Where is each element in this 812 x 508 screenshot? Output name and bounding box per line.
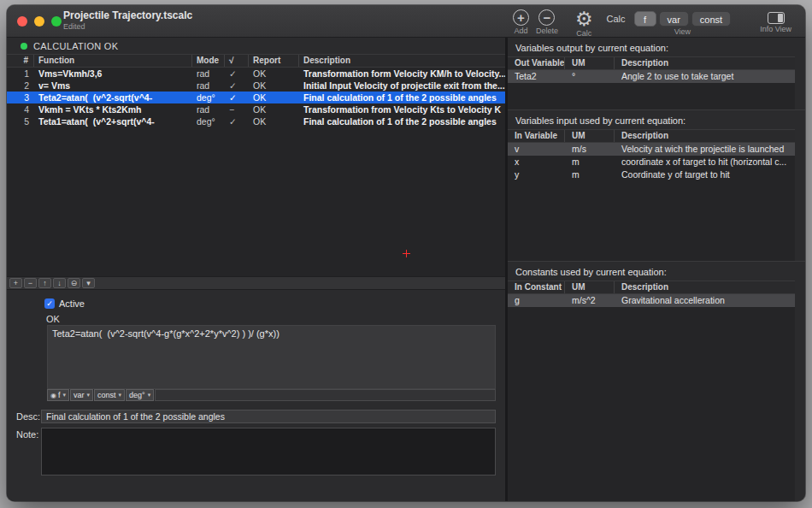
function-row-desc: Transformation form Velocity KM/h to Vel… <box>299 68 505 80</box>
segment-f[interactable]: f <box>634 11 656 27</box>
active-checkbox[interactable]: ✓ <box>44 298 55 309</box>
header-check[interactable]: √ <box>225 55 249 67</box>
header-report[interactable]: Report <box>249 55 299 67</box>
description-input[interactable]: Final calculation of 1 of the 2 possible… <box>41 410 496 423</box>
function-row[interactable]: 5Teta1=atan( (v^2+sqrt(v^4-deg°✓OKFinal … <box>7 115 505 127</box>
header-um[interactable]: UM <box>565 130 615 142</box>
function-row[interactable]: 2v= Vmsrad✓OKInitial Input Velocity of p… <box>7 80 505 92</box>
variable-name: x <box>508 156 565 168</box>
chevron-down-icon: ▾ <box>63 392 67 399</box>
delete-button[interactable]: − Delete <box>536 7 558 35</box>
traffic-lights <box>17 16 62 27</box>
minimize-button[interactable] <box>34 16 44 27</box>
function-row-report: OK <box>249 68 299 80</box>
function-row-mode: rad <box>192 80 225 92</box>
function-row[interactable]: 4Vkmh = VKts * Kts2Kmhrad−OKTransformati… <box>7 103 505 115</box>
view-group-label: View <box>674 27 691 36</box>
variable-desc: Angle 2 to use to take target <box>615 70 795 83</box>
variable-desc: coordinate x of target to hit (horizonta… <box>615 156 795 168</box>
variable-name: Teta2 <box>508 70 565 83</box>
variable-row[interactable]: xmcoordinate x of target to hit (horizon… <box>508 156 795 168</box>
zoom-button[interactable] <box>51 16 62 27</box>
toolbar: + Add − Delete ⚙ Calc Calc fvarconst Vie… <box>513 7 797 38</box>
input-table-header: In VariableUMDescription <box>508 129 795 143</box>
calculation-status-bar: CALCULATION OK <box>7 38 505 54</box>
function-row-check: ✓ <box>225 92 249 103</box>
header-description[interactable]: Description <box>615 57 795 69</box>
header-function[interactable]: Function <box>34 55 192 67</box>
variable-row[interactable]: ymCoordinate y of target to hit <box>508 168 795 181</box>
function-row-num: 1 <box>7 68 34 80</box>
titlebar: Projectile Trajectory.tscalc Edited + Ad… <box>7 5 805 38</box>
header-num[interactable]: # <box>7 55 34 67</box>
function-row[interactable]: 1Vms=Vkmh/3,6rad✓OKTransformation form V… <box>7 68 505 80</box>
const-dropdown-label: const <box>97 391 116 399</box>
row-edit-toolbar: +−↑↓⊖▾ <box>7 276 505 290</box>
window-title: Projectile Trajectory.tscalc <box>63 9 192 22</box>
header-description[interactable]: Description <box>615 130 795 142</box>
active-checkbox-row: ✓ Active <box>44 298 85 309</box>
add-button-label: Add <box>514 27 527 35</box>
remove-row-button[interactable]: − <box>24 278 37 288</box>
function-row-desc: Initial Input Velocity of projectile exi… <box>299 80 505 92</box>
constants-section-title: Constants used by current equation: <box>508 262 805 281</box>
f-dropdown[interactable]: ◉f▾ <box>47 389 69 401</box>
disable-row-button[interactable]: ⊖ <box>68 278 80 288</box>
function-list-panel: CALCULATION OK # Function Mode √ Report … <box>7 38 505 501</box>
function-row-num: 2 <box>7 80 34 92</box>
variable-um: m <box>565 168 615 181</box>
header-description[interactable]: Description <box>299 55 505 67</box>
add-row-button[interactable]: + <box>9 278 22 288</box>
variable-row[interactable]: Teta2°Angle 2 to use to take target <box>508 70 795 83</box>
function-row-formula: Teta2=atan( (v^2-sqrt(v^4- <box>34 92 192 103</box>
header-um[interactable]: UM <box>565 281 615 293</box>
const-dropdown[interactable]: const▾ <box>94 389 125 401</box>
desc-field-label: Desc: <box>16 411 40 422</box>
variable-row[interactable]: vm/sVelocity at wich the projectile is l… <box>508 143 795 156</box>
function-row-report: OK <box>249 80 299 92</box>
function-row-check: − <box>225 103 249 115</box>
add-button[interactable]: + Add <box>513 7 529 35</box>
calculation-status-text: CALCULATION OK <box>33 41 118 51</box>
segment-var[interactable]: var <box>659 11 689 27</box>
close-button[interactable] <box>17 16 27 27</box>
plus-circle-icon: + <box>513 9 529 26</box>
header-description[interactable]: Description <box>615 281 795 293</box>
segment-const[interactable]: const <box>691 11 731 27</box>
output-section-title: Variables output by current equation: <box>508 38 805 56</box>
function-row-formula: Vms=Vkmh/3,6 <box>34 68 192 80</box>
function-row-report: OK <box>249 103 299 115</box>
function-row-desc: Transformation from Velocity Kts to Velo… <box>299 103 505 115</box>
info-view-label: Info View <box>760 25 791 33</box>
calc-group-label: Calc <box>607 14 626 24</box>
calc-button[interactable]: ⚙ Calc <box>575 7 593 38</box>
window-edited-badge: Edited <box>63 22 192 32</box>
header-in-variable[interactable]: In Variable <box>508 130 565 142</box>
chevron-down-icon: ▾ <box>87 392 91 399</box>
function-row-mode: rad <box>192 68 225 80</box>
move-up-button[interactable]: ↑ <box>38 278 51 288</box>
info-view-button[interactable]: Info View <box>760 7 791 33</box>
more-options-button[interactable]: ▾ <box>82 278 95 288</box>
note-input[interactable] <box>41 428 496 476</box>
header-out-variable[interactable]: Out Variable <box>508 57 565 69</box>
note-field-label: Note: <box>16 429 38 440</box>
output-table-header: Out VariableUMDescription <box>508 56 795 70</box>
header-um[interactable]: UM <box>565 57 615 69</box>
variable-um: ° <box>565 70 615 83</box>
variable-row[interactable]: gm/s^2Gravitational accelleration <box>508 294 795 307</box>
angle-mode-dropdown[interactable]: deg°▾ <box>126 389 154 401</box>
function-row-desc: Final calculation of 1 of the 2 possible… <box>299 115 505 127</box>
function-row[interactable]: 3Teta2=atan( (v^2-sqrt(v^4-deg°✓OKFinal … <box>7 92 505 103</box>
header-mode[interactable]: Mode <box>192 55 225 67</box>
header-in-constant[interactable]: In Constant <box>508 281 565 293</box>
equation-editor: ✓ Active OK Teta2=atan( (v^2-sqrt(v^4-g*… <box>7 290 505 501</box>
variables-panel: Variables output by current equation: Ou… <box>508 38 805 501</box>
var-dropdown[interactable]: var▾ <box>70 389 93 401</box>
formula-input[interactable]: Teta2=atan( (v^2-sqrt(v^4-g*(g*x^2+2*y*v… <box>47 325 496 389</box>
variable-um: m/s^2 <box>565 294 615 307</box>
app-window: Projectile Trajectory.tscalc Edited + Ad… <box>7 5 805 501</box>
equation-status-text: OK <box>46 314 60 324</box>
move-down-button[interactable]: ↓ <box>53 278 66 288</box>
status-ok-dot-icon <box>21 43 27 50</box>
